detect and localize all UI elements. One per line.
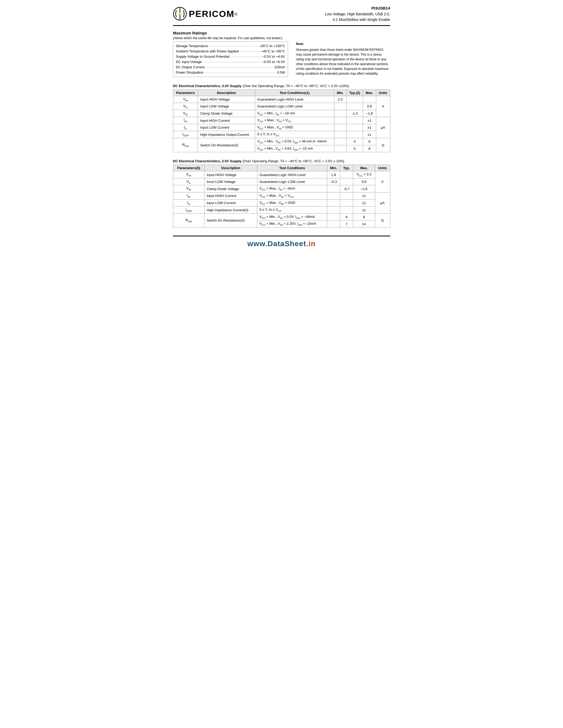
table-row: RONSwitch On Resistance(4)VCC = Min., VI… [173, 213, 390, 221]
cond-cell: VCC = Min., IIN = –18 mA [255, 110, 334, 117]
ratings-dots [240, 51, 260, 52]
max-cell: 8 [353, 213, 375, 221]
footer-url-www: www. [247, 240, 267, 248]
cond-cell: VCC = Max., VIN = VCC [255, 117, 334, 124]
svg-text:⚡: ⚡ [177, 11, 182, 16]
table-row: RONSwitch On-Resistance(4)VCC = Min., VI… [173, 138, 390, 145]
ratings-row: DC Output Current120mA [176, 65, 286, 70]
table-row: VIKClamp Diode VoltageVCC = Min., IIN = … [173, 110, 390, 117]
max-cell: 0.8 [363, 103, 376, 110]
dc-33v-title: DC Electrical Characteristics, 3.3V Supp… [173, 83, 390, 88]
table-header-cell: Parameters(5) [173, 165, 204, 171]
ratings-row: Supply Voltage to Ground Potential–0.5V … [176, 54, 286, 59]
typ-cell: -1.3 [346, 110, 363, 117]
param-cell: VIL [173, 178, 204, 185]
min-cell [327, 206, 340, 214]
cond-cell: VCC = Max., VIN = GND [257, 199, 327, 206]
min-cell: 2.0 [334, 96, 346, 103]
typ-cell: -0.7 [340, 185, 353, 192]
table-row: IIHInput HIGH CurrentVCC = Max., VIN = V… [173, 192, 390, 200]
cond-cell: VCC = Min., VIN = 2.25V, ION = -15mA [257, 221, 327, 228]
ratings-dots [203, 62, 261, 62]
table-row: IILInput LOW CurrentVCC = Max., VIN = GN… [173, 199, 390, 206]
ratings-value: 0.5W [277, 70, 285, 74]
logo-area: ⚡ PERICOM® [173, 7, 237, 21]
param-cell: IIL [173, 124, 198, 131]
note-label: Note: [296, 42, 390, 46]
subtitle-line2: 4:1 Mux/DeMux with Single Enable [325, 17, 390, 23]
param-cell: RON [173, 138, 198, 152]
max-cell: ±1 [353, 199, 375, 206]
max-cell: 8 [363, 145, 376, 152]
param-cell: IIL [173, 199, 204, 206]
page-footer: www.DataSheet.in [173, 236, 390, 248]
table-header-cell: Description [204, 165, 257, 171]
max-cell: ±1 [353, 192, 375, 200]
ratings-label: Power Dissipation [176, 70, 203, 74]
table-header-cell: Units [376, 89, 390, 96]
desc-cell: Input LOW Voltage [198, 103, 255, 110]
desc-cell: Input HIGH Voltage [204, 171, 257, 178]
units-cell: Ω [376, 138, 390, 152]
max-cell: VCC + 0.3 [353, 171, 375, 178]
part-number: PI3USB14 [325, 5, 390, 11]
page-header: ⚡ PERICOM® PI3USB14 Low Voltage, High Ba… [173, 5, 390, 26]
max-cell: ±1 [363, 124, 376, 131]
param-cell: VIK [173, 110, 198, 117]
ratings-row: DC Input Voltage–0.5V to +6.0V [176, 59, 286, 65]
ratings-label: Storage Temperature [176, 44, 208, 48]
desc-cell: High Impedance Current(3) [204, 206, 257, 214]
max-cell [363, 96, 376, 103]
cond-cell: VCC = Max., VIN = GND [255, 124, 334, 131]
min-cell [334, 138, 346, 145]
table-header-cell: Description [198, 89, 255, 96]
units-cell: Ω [375, 213, 390, 227]
cond-cell: VCC = Min., VIN = 0.0V, ION = 48 mA or -… [255, 138, 334, 145]
ratings-label: Supply Voltage to Ground Potential [176, 55, 229, 59]
ratings-value: –40°C to +85°C [261, 49, 285, 53]
ratings-label: DC Input Voltage [176, 60, 202, 64]
table-header-cell: Min. [327, 165, 340, 171]
table-row: IOZHHigh Impedance Current(3)0 ≤ Y, In ≤… [173, 206, 390, 214]
param-cell: IIH [173, 192, 204, 200]
typ-cell: 4 [346, 138, 363, 145]
dc-33v-section: DC Electrical Characteristics, 3.3V Supp… [173, 83, 390, 152]
table-row: IOZHHigh Impedance Output Current0 ≤ Y, … [173, 131, 390, 138]
cond-cell: 0 ≤ Y, In ≤ VCC [257, 206, 327, 214]
desc-cell: Clamp Diode Voltage [204, 185, 257, 192]
ratings-label: Ambient Temperature with Power Applied [176, 49, 239, 53]
min-cell [327, 185, 340, 192]
cond-cell: Guaranteed Logic HIGH Level [255, 96, 334, 103]
ratings-dots [230, 57, 261, 57]
typ-cell [346, 117, 363, 124]
desc-cell: Input LOW Current [198, 124, 255, 131]
max-ratings-title: Maximum Ratings [173, 31, 390, 35]
table-header-cell: Max. [363, 89, 376, 96]
max-cell: ±1 [363, 117, 376, 124]
max-ratings-note: Note: Stresses greater than those listed… [296, 42, 390, 76]
min-cell [334, 124, 346, 131]
desc-cell: Input HIGH Voltage [198, 96, 255, 103]
ratings-row: Ambient Temperature with Power Applied–4… [176, 49, 286, 54]
table-header-cell: Max. [353, 165, 375, 171]
min-cell [334, 117, 346, 124]
desc-cell: Switch On Resistance(4) [204, 213, 257, 227]
max-cell: 6 [363, 138, 376, 145]
max-cell: –1.8 [363, 110, 376, 117]
typ-cell: 6 [340, 213, 353, 221]
ratings-value: 120mA [274, 65, 285, 69]
min-cell [334, 131, 346, 138]
typ-cell: 5 [346, 145, 363, 152]
cond-cell: VCC = Min., VIN = 0.0V, ION = –48mA [257, 213, 327, 221]
typ-cell [340, 192, 353, 200]
table-row: VILInout LOW VoltageGuaranteed Logic LOW… [173, 178, 390, 185]
ratings-list: Storage Temperature–65°C to +150°CAmbien… [173, 42, 288, 77]
max-cell: –1.8 [353, 185, 375, 192]
table-header-cell: Parameters [173, 89, 198, 96]
typ-cell [346, 124, 363, 131]
param-cell: VIK [173, 185, 204, 192]
table-row: VIHInput HIGH VoltageGuaranteed Logic HI… [173, 171, 390, 178]
dc-33v-table: ParametersDescriptionTest Conditions(1)M… [173, 89, 390, 152]
ratings-row: Power Dissipation0.5W [176, 70, 286, 75]
table-header-cell: Typ. [340, 165, 353, 171]
